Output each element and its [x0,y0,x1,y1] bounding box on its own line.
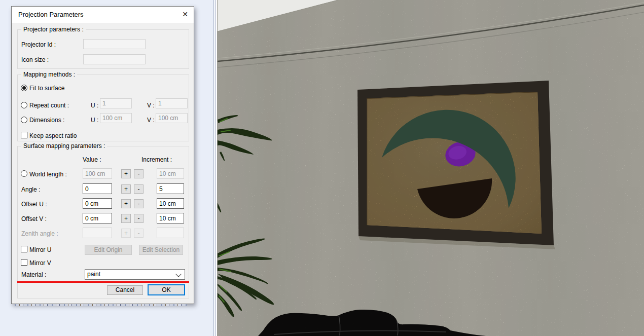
mirror-v-label: Mirror V [29,259,51,267]
mapping-methods-group-label: Mapping methods : [21,71,77,78]
projector-parameters-group: Projector parameters : Projector Id : Ic… [17,29,189,69]
projector-id-field[interactable] [83,39,146,49]
mirror-u-checkbox[interactable] [21,246,27,252]
projection-parameters-dialog: Projection Parameters ✕ Projector parame… [11,6,194,304]
keep-aspect-ratio-checkbox[interactable] [21,132,27,138]
offset-v-increment-field[interactable] [157,213,184,223]
dimensions-v-field[interactable] [156,113,188,123]
dimensions-u-label: U : [91,117,98,124]
offset-v-plus-button[interactable]: + [121,214,131,223]
repeat-v-label: V : [147,102,155,109]
edit-selection-button[interactable]: Edit Selection [139,245,183,255]
projector-parameters-group-label: Projector parameters : [21,26,86,33]
icon-size-field[interactable] [83,54,146,64]
increment-header: Increment : [141,156,172,163]
material-label: Material : [21,271,46,278]
world-length-value-field[interactable] [83,168,112,179]
ok-button[interactable]: OK [148,284,185,295]
radio-fit-to-surface[interactable] [21,85,27,91]
offset-v-value-field[interactable] [83,213,112,223]
value-header: Value : [83,156,101,163]
zenith-increment-field[interactable] [157,228,184,238]
offset-u-label: Offset U : [21,201,47,208]
repeat-count-label: Repeat count : [29,102,69,109]
angle-label: Angle : [21,186,40,193]
dimensions-u-field[interactable] [100,113,132,123]
world-length-minus-button[interactable]: - [134,169,144,178]
fit-to-surface-label: Fit to surface [29,85,64,92]
cancel-button[interactable]: Cancel [107,285,143,295]
material-dropdown[interactable]: paint [85,269,185,280]
framed-painting [355,76,558,249]
zenith-minus-button[interactable]: - [134,229,144,238]
world-length-increment-field[interactable] [157,168,184,179]
dialog-title: Projection Parameters [18,7,84,22]
mirror-v-checkbox[interactable] [21,259,27,266]
keep-aspect-ratio-label: Keep aspect ratio [29,132,77,139]
radio-dimensions[interactable] [21,117,27,123]
angle-plus-button[interactable]: + [121,184,131,194]
under-dialog-sliver [15,304,187,306]
zenith-angle-label: Zenith angle : [21,230,58,237]
edit-origin-button[interactable]: Edit Origin [85,245,132,255]
zenith-plus-button[interactable]: + [121,229,131,238]
mirror-u-label: Mirror U [29,246,51,253]
material-dropdown-value: paint [87,270,100,279]
highlight-underline [17,281,189,283]
dimensions-v-label: V : [147,117,155,124]
repeat-u-field[interactable] [100,98,132,108]
offset-u-minus-button[interactable]: - [134,199,144,208]
zenith-value-field[interactable] [83,228,112,238]
viewport-3d[interactable] [218,0,644,336]
viewport-divider [213,0,218,336]
surface-mapping-group: Surface mapping parameters : Value : Inc… [17,146,189,298]
surface-mapping-group-label: Surface mapping parameters : [21,142,107,150]
close-icon[interactable]: ✕ [177,7,193,22]
projector-id-label: Projector Id : [21,41,56,48]
offset-u-value-field[interactable] [83,198,112,209]
offset-v-label: Offset V : [21,215,47,222]
angle-increment-field[interactable] [157,183,184,194]
dialog-titlebar: Projection Parameters ✕ [12,7,194,23]
angle-value-field[interactable] [83,183,112,194]
offset-u-plus-button[interactable]: + [121,199,131,208]
offset-v-minus-button[interactable]: - [134,214,144,223]
world-length-label: World length : [29,171,67,178]
radio-repeat-count[interactable] [21,102,27,108]
repeat-u-label: U : [91,102,98,109]
offset-u-increment-field[interactable] [157,198,184,209]
angle-minus-button[interactable]: - [134,184,144,194]
repeat-v-field[interactable] [156,98,188,108]
icon-size-label: Icon size : [21,56,49,63]
radio-world-length[interactable] [21,170,27,177]
chevron-down-icon [175,271,181,277]
mapping-methods-group: Mapping methods : Fit to surface Repeat … [17,74,189,141]
dimensions-label: Dimensions : [29,117,64,124]
world-length-plus-button[interactable]: + [121,169,131,178]
